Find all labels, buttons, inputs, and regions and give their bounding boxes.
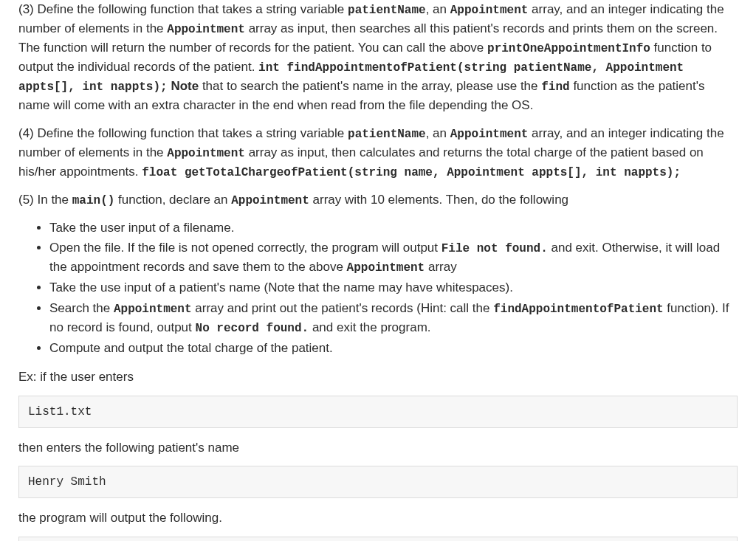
codeblock-patient-name: Henry Smith xyxy=(18,466,738,498)
code-findappointmentofpatient: findAppointmentofPatient xyxy=(493,303,663,316)
code-file-not-found: File not found. xyxy=(441,242,548,255)
codeblock-output: Date: 03-01-2022 Time: 9:00AM Name: Henr… xyxy=(18,537,738,542)
list-item: Compute and output the total charge of t… xyxy=(49,339,738,358)
codeblock-filename: List1.txt xyxy=(18,396,738,428)
example-intro: Ex: if the user enters xyxy=(18,368,738,387)
code-patientname: patientName xyxy=(348,128,426,141)
code-main: main() xyxy=(72,194,115,207)
text: (3) Define the following function that t… xyxy=(18,2,348,16)
code-appointment: Appointment xyxy=(450,4,529,17)
text: , an xyxy=(426,126,450,140)
list-item: Search the Appointment array and print o… xyxy=(49,299,738,337)
text: function, declare an xyxy=(114,193,231,207)
example-name-intro: then enters the following patient's name xyxy=(18,438,738,458)
paragraph-5: (5) In the main() function, declare an A… xyxy=(18,190,738,210)
paragraph-4: (4) Define the following function that t… xyxy=(18,124,738,182)
code-appointment: Appointment xyxy=(167,147,245,160)
text: , an xyxy=(426,2,450,16)
paragraph-3: (3) Define the following function that t… xyxy=(18,0,738,115)
text: array with 10 elements. Then, do the fol… xyxy=(309,193,568,207)
code-appointment: Appointment xyxy=(231,194,309,207)
list-item: Take the user input of a filename. xyxy=(49,218,738,238)
code-no-record-found: No record found. xyxy=(196,322,309,335)
code-appointment: Appointment xyxy=(347,261,425,275)
code-appointment: Appointment xyxy=(450,128,529,141)
note-bold: Note xyxy=(171,79,199,93)
text: (4) Define the following function that t… xyxy=(18,126,348,140)
text: that to search the patient's name in the… xyxy=(199,79,541,93)
example-output-intro: the program will output the following. xyxy=(18,509,738,528)
text: array xyxy=(425,260,456,274)
text: Open the file. If the file is not opened… xyxy=(49,241,441,255)
list-item: Open the file. If the file is not opened… xyxy=(49,238,738,277)
code-appointment: Appointment xyxy=(114,303,192,316)
code-appointment: Appointment xyxy=(167,23,245,36)
text: and exit the program. xyxy=(309,320,430,334)
steps-list: Take the user input of a filename. Open … xyxy=(18,218,738,358)
text: array and print out the patient's record… xyxy=(192,301,494,315)
list-item: Take the use input of a patient's name (… xyxy=(49,278,738,297)
text: Search the xyxy=(49,301,114,315)
text: (5) In the xyxy=(18,193,72,207)
code-printoneappointmentinfo: printOneAppointmentInfo xyxy=(487,42,650,55)
code-patientname: patientName xyxy=(348,4,426,17)
code-find: find xyxy=(541,80,569,94)
code-gettotalchargeofpatient-signature: float getTotalChargeofPatient(string nam… xyxy=(142,166,681,179)
